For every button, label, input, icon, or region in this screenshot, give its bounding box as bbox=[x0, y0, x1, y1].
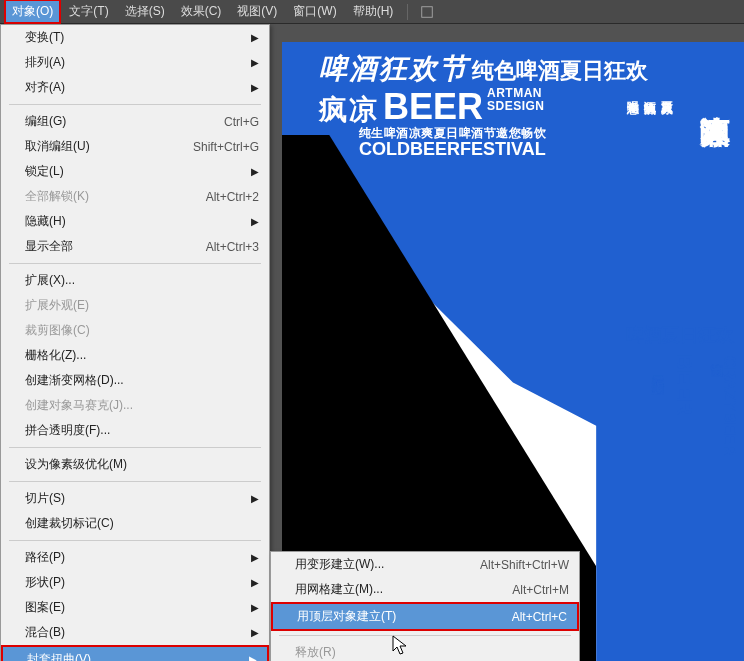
submenu-arrow-icon: ▶ bbox=[251, 166, 259, 177]
submenu-make-mesh[interactable]: 用网格建立(M)...Alt+Ctrl+M bbox=[271, 577, 579, 602]
app-icon bbox=[420, 5, 434, 19]
menu-separator bbox=[279, 635, 571, 636]
menu-path[interactable]: 路径(P)▶ bbox=[1, 545, 269, 570]
menu-effect[interactable]: 效果(C) bbox=[173, 0, 230, 24]
menu-pixel-perfect[interactable]: 设为像素级优化(M) bbox=[1, 452, 269, 477]
menu-slice[interactable]: 切片(S)▶ bbox=[1, 486, 269, 511]
menubar: 对象(O) 文字(T) 选择(S) 效果(C) 视图(V) 窗口(W) 帮助(H… bbox=[0, 0, 744, 24]
menu-window[interactable]: 窗口(W) bbox=[285, 0, 344, 24]
menu-arrange[interactable]: 排列(A)▶ bbox=[1, 50, 269, 75]
submenu-release: 释放(R) bbox=[271, 640, 579, 661]
menu-object[interactable]: 对象(O) bbox=[4, 0, 61, 24]
svg-rect-0 bbox=[422, 6, 433, 17]
menu-unlock-all: 全部解锁(K)Alt+Ctrl+2 bbox=[1, 184, 269, 209]
submenu-arrow-icon: ▶ bbox=[251, 57, 259, 68]
menu-expand[interactable]: 扩展(X)... bbox=[1, 268, 269, 293]
submenu-arrow-icon: ▶ bbox=[251, 493, 259, 504]
submenu-arrow-icon: ▶ bbox=[251, 32, 259, 43]
menu-group[interactable]: 编组(G)Ctrl+G bbox=[1, 109, 269, 134]
menu-separator bbox=[9, 263, 261, 264]
menu-trim-marks[interactable]: 创建裁切标记(C) bbox=[1, 511, 269, 536]
menu-pattern[interactable]: 图案(E)▶ bbox=[1, 595, 269, 620]
menu-lock[interactable]: 锁定(L)▶ bbox=[1, 159, 269, 184]
menu-rasterize[interactable]: 栅格化(Z)... bbox=[1, 343, 269, 368]
menu-transform[interactable]: 变换(T)▶ bbox=[1, 25, 269, 50]
menu-help[interactable]: 帮助(H) bbox=[345, 0, 402, 24]
menu-gradient-mesh[interactable]: 创建渐变网格(D)... bbox=[1, 368, 269, 393]
menu-flatten[interactable]: 拼合透明度(F)... bbox=[1, 418, 269, 443]
menu-blend[interactable]: 混合(B)▶ bbox=[1, 620, 269, 645]
menu-shape[interactable]: 形状(P)▶ bbox=[1, 570, 269, 595]
menu-separator bbox=[9, 104, 261, 105]
menu-separator bbox=[9, 447, 261, 448]
menu-mosaic: 创建对象马赛克(J)... bbox=[1, 393, 269, 418]
menubar-separator bbox=[407, 4, 408, 20]
submenu-arrow-icon: ▶ bbox=[249, 654, 257, 661]
object-menu-dropdown: 变换(T)▶ 排列(A)▶ 对齐(A)▶ 编组(G)Ctrl+G 取消编组(U)… bbox=[0, 24, 270, 661]
menu-view[interactable]: 视图(V) bbox=[229, 0, 285, 24]
menu-show-all[interactable]: 显示全部Alt+Ctrl+3 bbox=[1, 234, 269, 259]
secondary-artwork: 啤酒夏日狂欢 冰爽啤酒节 BEER CRAZYBEER 冰爽夏日 疯狂啤酒 邀您… bbox=[586, 326, 734, 626]
menu-hide[interactable]: 隐藏(H)▶ bbox=[1, 209, 269, 234]
menu-separator bbox=[9, 540, 261, 541]
poster-text: 啤酒狂欢节 纯色啤酒夏日狂欢 疯凉BEERARTMANSDESIGN 纯生啤酒凉… bbox=[319, 54, 735, 159]
menu-separator bbox=[9, 481, 261, 482]
submenu-arrow-icon: ▶ bbox=[251, 552, 259, 563]
submenu-arrow-icon: ▶ bbox=[251, 602, 259, 613]
menu-ungroup[interactable]: 取消编组(U)Shift+Ctrl+G bbox=[1, 134, 269, 159]
menu-expand-appearance: 扩展外观(E) bbox=[1, 293, 269, 318]
menu-type[interactable]: 文字(T) bbox=[61, 0, 116, 24]
submenu-arrow-icon: ▶ bbox=[251, 82, 259, 93]
submenu-make-warp[interactable]: 用变形建立(W)...Alt+Shift+Ctrl+W bbox=[271, 552, 579, 577]
menu-select[interactable]: 选择(S) bbox=[117, 0, 173, 24]
submenu-arrow-icon: ▶ bbox=[251, 577, 259, 588]
menu-envelope-distort[interactable]: 封套扭曲(V)▶ bbox=[1, 645, 269, 661]
menu-align[interactable]: 对齐(A)▶ bbox=[1, 75, 269, 100]
menu-crop-image: 裁剪图像(C) bbox=[1, 318, 269, 343]
submenu-arrow-icon: ▶ bbox=[251, 627, 259, 638]
submenu-arrow-icon: ▶ bbox=[251, 216, 259, 227]
envelope-submenu: 用变形建立(W)...Alt+Shift+Ctrl+W 用网格建立(M)...A… bbox=[270, 551, 580, 661]
submenu-make-top-object[interactable]: 用顶层对象建立(T)Alt+Ctrl+C bbox=[271, 602, 579, 631]
